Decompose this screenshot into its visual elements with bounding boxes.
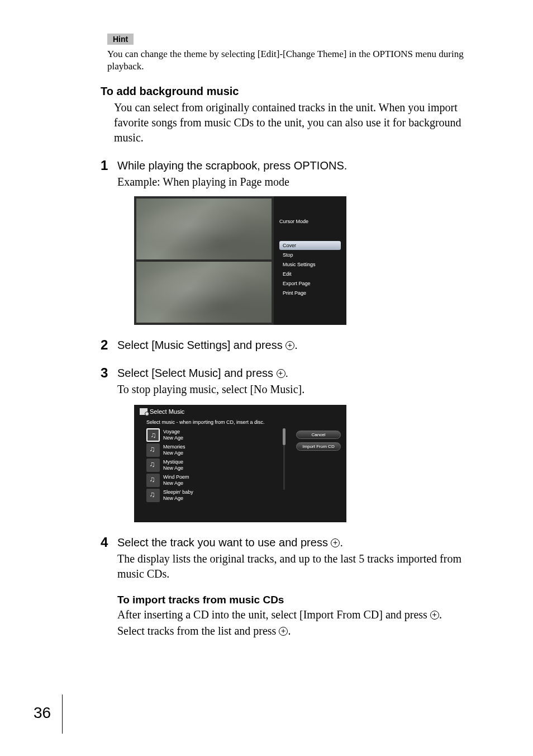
enter-icon (277, 369, 285, 378)
step-note: The display lists the original tracks, a… (117, 551, 486, 582)
step-number: 1 (101, 158, 117, 325)
screenshot-select-music: Select Music Select music - when importi… (134, 405, 346, 522)
step-title-text: Select the track you want to use and pre… (117, 536, 331, 549)
track-name: Memories (163, 444, 185, 450)
enter-icon (430, 611, 439, 620)
options-panel: Cursor Mode Cover Stop Music Settings Ed… (274, 196, 346, 325)
track-item[interactable]: Voyage New Age (146, 428, 275, 442)
page-number-divider (62, 694, 63, 734)
enter-icon (331, 538, 340, 547)
music-note-icon (146, 428, 160, 442)
music-note-icon (146, 459, 160, 472)
after-text-1: After inserting a CD into the unit, sele… (117, 608, 430, 621)
track-name: Voyage (163, 429, 183, 435)
menu-item-music-settings[interactable]: Music Settings (279, 260, 341, 269)
page-number: 36 (34, 694, 63, 734)
step-title-text: Select [Select Music] and press (117, 367, 277, 379)
menu-item-cover[interactable]: Cover (279, 241, 341, 250)
music-note-icon (146, 489, 160, 502)
step-number: 2 (101, 337, 117, 353)
step-3: 3 Select [Select Music] and press . To s… (101, 365, 486, 522)
step-title-post: . (294, 339, 298, 351)
music-note-icon (146, 474, 160, 487)
enter-icon (285, 341, 294, 350)
thumbnail-image (136, 262, 272, 323)
step-subheading: To import tracks from music CDs (117, 594, 486, 606)
after-text-1-post: . (439, 608, 442, 621)
step-after-text: Select tracks from the list and press . (117, 623, 486, 639)
select-music-title: Select Music (140, 408, 341, 415)
step-number: 3 (101, 365, 117, 522)
track-item[interactable]: Mystique New Age (146, 459, 275, 472)
step-2: 2 Select [Music Settings] and press . (101, 337, 486, 353)
track-name: Mystique (163, 459, 183, 465)
after-text-2-post: . (288, 625, 291, 637)
step-title: Select [Music Settings] and press . (117, 337, 486, 353)
page-content: Hint You can change the theme by selecti… (0, 0, 533, 661)
track-item[interactable]: Wind Poem New Age (146, 474, 275, 487)
cursor-mode-label: Cursor Mode (279, 219, 341, 224)
cancel-button[interactable]: Cancel (296, 431, 341, 439)
scrollbar[interactable] (283, 428, 285, 490)
step-title: While playing the scrapbook, press OPTIO… (117, 158, 486, 173)
menu-item-print-page[interactable]: Print Page (279, 289, 341, 297)
intro-text: You can select from originally contained… (114, 100, 486, 145)
step-after-text: After inserting a CD into the unit, sele… (117, 607, 486, 622)
track-genre: New Age (163, 435, 183, 441)
import-from-cd-button[interactable]: Import From CD (296, 442, 341, 451)
select-music-title-text: Select Music (150, 408, 184, 415)
hint-label: Hint (107, 34, 134, 45)
menu-item-edit[interactable]: Edit (279, 270, 341, 278)
page-number-value: 36 (34, 704, 51, 721)
menu-item-stop[interactable]: Stop (279, 251, 341, 259)
screenshot-thumbnails (134, 196, 274, 325)
after-text-2: Select tracks from the list and press (117, 625, 279, 637)
hint-text: You can change the theme by selecting [E… (107, 48, 486, 73)
section-heading: To add background music (101, 85, 486, 98)
track-name: Sleepin' baby (163, 489, 193, 495)
step-4: 4 Select the track you want to use and p… (101, 535, 486, 639)
step-note: To stop playing music, select [No Music]… (117, 382, 486, 397)
track-item[interactable]: Sleepin' baby New Age (146, 489, 275, 502)
track-genre: New Age (163, 480, 189, 486)
step-number: 4 (101, 535, 117, 639)
track-item[interactable]: Memories New Age (146, 443, 275, 457)
screenshot-options-menu: Cursor Mode Cover Stop Music Settings Ed… (134, 196, 346, 325)
music-window-icon (140, 408, 147, 415)
step-1: 1 While playing the scrapbook, press OPT… (101, 158, 486, 325)
track-genre: New Age (163, 450, 185, 456)
track-list: Voyage New Age Memories New Age (140, 428, 275, 502)
step-title-post: . (285, 367, 289, 379)
enter-icon (279, 627, 288, 636)
track-genre: New Age (163, 495, 193, 502)
select-music-caption: Select music - when importing from CD, i… (146, 419, 341, 425)
track-genre: New Age (163, 465, 183, 471)
track-name: Wind Poem (163, 474, 189, 480)
music-note-icon (146, 443, 160, 457)
menu-item-export-page[interactable]: Export Page (279, 279, 341, 288)
step-title-post: . (340, 536, 343, 549)
thumbnail-image (136, 199, 272, 259)
step-title-text: Select [Music Settings] and press (117, 339, 285, 351)
step-note: Example: When playing in Page mode (117, 174, 486, 190)
step-title: Select the track you want to use and pre… (117, 535, 486, 550)
step-title: Select [Select Music] and press . (117, 365, 486, 381)
